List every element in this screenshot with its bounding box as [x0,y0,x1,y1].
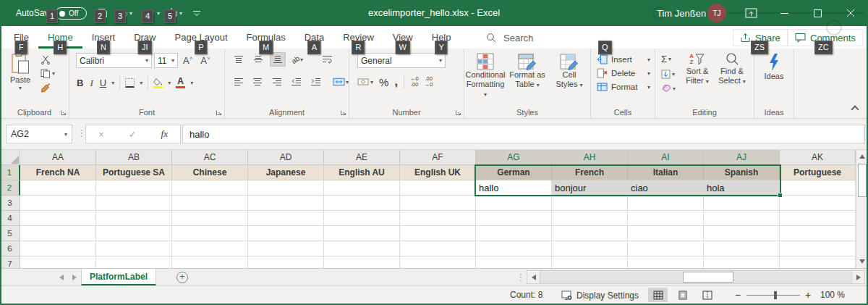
underline-button[interactable]: U [100,78,106,88]
zoom-out-button[interactable]: − [735,289,741,301]
format-painter-button[interactable] [41,83,55,93]
cancel-entry-button[interactable]: × [98,129,104,140]
tab-view[interactable]: ViewW [383,26,422,49]
font-color-button[interactable]: A [176,78,185,88]
cell[interactable] [20,180,96,196]
fill-color-dropdown-icon[interactable]: ▾ [168,80,171,86]
cell[interactable] [172,196,248,211]
cell[interactable] [780,241,856,256]
column-header-selected[interactable]: AJ [704,150,780,165]
align-left-button[interactable] [231,75,247,89]
increase-indent-button[interactable] [307,75,323,89]
cell[interactable]: Portuguese [780,165,856,180]
cell[interactable] [476,211,552,226]
cell[interactable] [400,226,476,241]
cell-selected[interactable]: Italian [628,165,704,180]
font-dialog-launcher-icon[interactable] [216,109,222,116]
find-select-button[interactable]: Find & Select ▾ [715,51,749,93]
cell[interactable] [96,180,172,196]
cell-selected[interactable]: German [476,165,552,180]
cell[interactable] [628,211,704,226]
cell[interactable] [476,241,552,256]
align-bottom-button[interactable] [270,52,286,67]
cell[interactable] [172,211,248,226]
comma-style-button[interactable]: , [394,75,398,89]
insert-function-button[interactable]: fx [161,128,168,140]
horizontal-scrollbar[interactable] [527,270,865,284]
cell[interactable] [96,241,172,256]
maximize-button[interactable] [803,0,832,26]
row-header-selected[interactable]: 2 [0,180,20,196]
cell[interactable] [248,226,324,241]
cell[interactable] [172,256,248,268]
cell[interactable] [476,226,552,241]
bold-button[interactable]: B [77,78,83,88]
decrease-indent-button[interactable] [289,75,305,89]
wrap-text-button[interactable] [319,52,335,67]
cell[interactable] [400,180,476,196]
number-format-select[interactable]: General ▾ [357,53,446,68]
alignment-dialog-launcher-icon[interactable] [340,109,346,116]
borders-dropdown-icon[interactable]: ▾ [140,80,142,86]
sheet-tab-platformlabel[interactable]: PlatformLabel [81,269,156,285]
row-header[interactable]: 7 [0,256,20,268]
cell[interactable] [324,241,400,256]
cell[interactable] [96,256,172,268]
column-header[interactable]: AB [96,150,172,165]
cell-selected[interactable]: ciao [628,180,704,196]
tab-home[interactable]: HomeH [38,26,82,49]
cell[interactable] [20,241,96,256]
cell[interactable] [20,226,96,241]
zoom-slider-thumb[interactable] [774,291,777,299]
zoom-level[interactable]: 100 % [820,290,845,300]
cut-button[interactable] [41,54,55,64]
vertical-scroll-thumb[interactable] [858,164,867,197]
page-break-preview-button[interactable] [697,288,717,302]
cell[interactable]: English AU [324,165,400,180]
decrease-font-size-button[interactable]: A˅ [197,55,213,66]
cell[interactable] [324,256,400,268]
cell[interactable] [476,256,552,268]
cell[interactable] [324,180,400,196]
horizontal-scroll-thumb[interactable] [683,272,733,283]
cell[interactable] [96,196,172,211]
customize-qat-button[interactable] [190,6,204,20]
cell[interactable] [172,226,248,241]
minimize-button[interactable] [770,0,799,26]
cell[interactable] [400,256,476,268]
clipboard-dialog-launcher-icon[interactable] [60,109,67,116]
merge-center-button[interactable]: ▾ [333,75,349,89]
cell-selected[interactable]: Spanish [704,165,780,180]
column-header[interactable]: AK [780,150,856,165]
cell[interactable] [704,241,780,256]
column-header[interactable]: AD [248,150,324,165]
sort-filter-button[interactable]: AZ Sort & Filter ▾ [680,51,715,93]
search-box[interactable]: Search [486,30,533,46]
cell[interactable] [704,211,780,226]
scroll-right-button[interactable] [851,271,864,283]
touch-mode-dropdown-icon[interactable]: ▾ [179,10,182,17]
cell[interactable] [20,196,96,211]
cell[interactable] [704,226,780,241]
increase-font-size-button[interactable]: A˄ [180,55,195,66]
align-center-button[interactable] [250,75,266,89]
row-header-selected[interactable]: 1 [0,165,20,180]
autosum-button[interactable]: Σ ▾ [661,54,678,64]
row-header[interactable]: 6 [0,241,20,256]
increase-decimal-button[interactable]: ←0 .00 [410,76,419,88]
cell[interactable] [552,256,628,268]
confirm-entry-button[interactable]: ✓ [129,129,137,140]
cell[interactable] [476,196,552,211]
tab-help[interactable]: HelpY [422,26,461,49]
cell[interactable] [96,226,172,241]
ribbon-display-options-button[interactable] [736,0,765,26]
orientation-button[interactable]: ab ▾ [289,52,305,67]
tab-page-layout[interactable]: Page LayoutP [166,26,237,49]
cell[interactable] [20,256,96,268]
next-sheet-button[interactable] [72,275,77,280]
scrollbar-splitter[interactable]: ⋮ [516,272,525,283]
column-header[interactable]: AE [324,150,400,165]
user-name[interactable]: Tim Jenßen [657,0,706,26]
align-middle-button[interactable] [250,52,266,67]
cell-selected[interactable]: bonjour [552,180,628,196]
